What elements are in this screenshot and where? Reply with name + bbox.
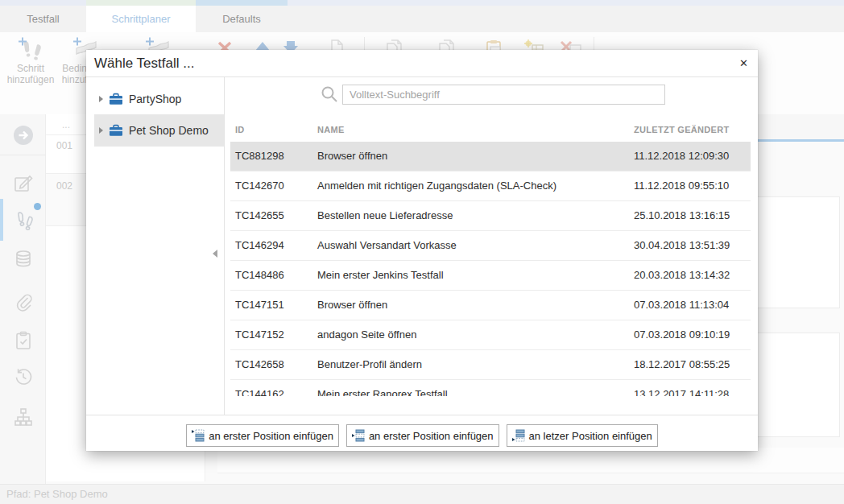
insert-last-position-button[interactable]: an letzer Position einfügen	[507, 424, 658, 447]
table-row[interactable]: TC144162Mein erster Ranorex Testfall13.1…	[230, 380, 751, 396]
status-bar: Pfad: Pet Shop Demo	[0, 484, 844, 504]
search-icon	[321, 85, 338, 103]
tree-item-petshopdemo[interactable]: Pet Shop Demo	[94, 114, 224, 147]
insert-first-position-button[interactable]: an erster Position einfügen	[186, 424, 339, 447]
insert-before-position-button[interactable]: an erster Position einfügen	[346, 424, 499, 447]
tab-bar: Testfall Schrittplaner Defaults	[0, 6, 844, 32]
checklist-icon[interactable]	[13, 330, 34, 351]
left-sidebar	[0, 114, 46, 484]
caret-icon[interactable]	[99, 127, 103, 134]
tab-color-strip	[0, 0, 844, 6]
toolbar-add-step-button[interactable]: Schritthinzufügen	[3, 32, 58, 85]
steps-icon[interactable]	[13, 209, 34, 230]
sidebar-active-indicator	[0, 199, 3, 241]
dialog-titlebar: Wähle Testfall ... ✕	[86, 50, 758, 77]
tab-color-testfall	[0, 0, 86, 6]
table-row[interactable]: TC142670Anmelden mit richtigen Zugangsda…	[230, 171, 751, 201]
attachment-icon[interactable]	[13, 291, 34, 312]
tab-schrittplaner[interactable]: Schrittplaner	[86, 6, 196, 32]
dialog-body: PartyShop Pet Shop Demo ID NAME ZULETZT …	[86, 77, 758, 415]
add-step-label: Schritthinzufügen	[3, 63, 58, 85]
table-row[interactable]: TC147152andagon Seite öffnen07.03.2018 0…	[230, 320, 751, 350]
close-icon[interactable]: ✕	[739, 57, 748, 69]
insert-bottom-icon	[512, 429, 525, 442]
tab-color-schrittplaner	[86, 0, 196, 6]
data-icon[interactable]	[13, 249, 34, 270]
tree-item-partyshop[interactable]: PartyShop	[94, 84, 224, 114]
status-path: Pfad: Pet Shop Demo	[6, 488, 108, 500]
insert-top-icon	[192, 429, 205, 442]
sidebar-divider	[0, 155, 46, 155]
table-row[interactable]: TC148486Mein erster Jenkins Testfall20.0…	[230, 261, 751, 291]
tab-color-defaults	[196, 0, 288, 6]
table-row[interactable]: TC146294Auswahl Versandart Vorkasse30.04…	[230, 231, 751, 261]
column-id: ID	[235, 118, 245, 142]
choose-testcase-dialog: Wähle Testfall ... ✕ PartyShop Pet Shop …	[86, 50, 758, 451]
briefcase-icon	[109, 93, 123, 105]
run-icon[interactable]	[13, 125, 34, 146]
tree-item-label: PartyShop	[129, 93, 181, 105]
testcase-table: TC881298Browser öffnen11.12.2018 12:09:3…	[230, 142, 751, 396]
insert-middle-icon	[352, 429, 365, 442]
tab-defaults-label: Defaults	[222, 13, 261, 25]
table-row[interactable]: TC142658Benutzer-Profil ändern18.12.2017…	[230, 350, 751, 380]
table-row[interactable]: TC147151Browser öffnen07.03.2018 11:13:0…	[230, 291, 751, 320]
tab-schrittplaner-label: Schrittplaner	[112, 13, 171, 25]
tree-item-label: Pet Shop Demo	[129, 124, 209, 137]
background-panel-footer	[217, 448, 844, 473]
history-icon[interactable]	[13, 366, 34, 387]
tab-defaults[interactable]: Defaults	[196, 6, 288, 32]
table-row[interactable]: TC142655Bestellen neue Lieferadresse25.1…	[230, 201, 751, 231]
project-tree: PartyShop Pet Shop Demo	[86, 77, 225, 415]
caret-icon[interactable]	[99, 96, 103, 102]
briefcase-icon	[109, 124, 123, 137]
dialog-title: Wähle Testfall ...	[94, 56, 194, 72]
column-date: ZULETZT GEÄNDERT	[634, 118, 729, 142]
dialog-footer: an erster Position einfügen an erster Po…	[86, 415, 758, 451]
column-name: NAME	[317, 118, 345, 142]
tab-testfall-label: Testfall	[27, 13, 59, 25]
collapse-tree-icon[interactable]	[213, 250, 217, 258]
background-row-002: 002	[52, 180, 72, 192]
table-header: ID NAME ZULETZT GEÄNDERT	[230, 118, 751, 142]
search-input[interactable]	[342, 85, 665, 105]
app-window: Testfall Schrittplaner Defaults	[0, 0, 844, 504]
hierarchy-icon[interactable]	[13, 407, 34, 428]
background-column-header: ...	[62, 119, 70, 130]
edit-icon[interactable]	[13, 173, 34, 194]
add-step-icon	[3, 32, 58, 63]
tab-testfall[interactable]: Testfall	[0, 6, 86, 32]
table-row[interactable]: TC881298Browser öffnen11.12.2018 12:09:3…	[230, 142, 751, 171]
background-row-001: 001	[52, 140, 72, 151]
